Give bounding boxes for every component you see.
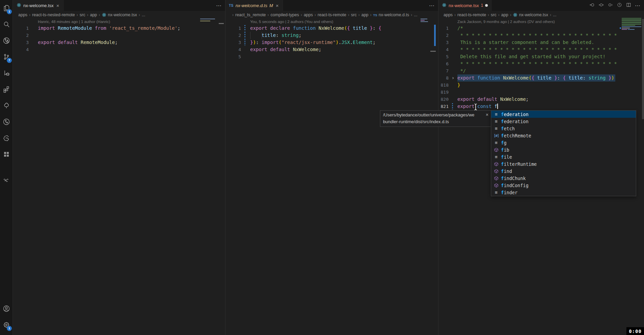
code-line[interactable]: 8›export function NxWelcome({ title }: {… xyxy=(438,74,644,82)
extensions-icon[interactable] xyxy=(0,81,13,97)
commit-graph-icon[interactable] xyxy=(0,32,13,49)
suggestion-item[interactable]: find xyxy=(491,168,636,175)
timeline-icon[interactable] xyxy=(617,2,622,9)
minimap[interactable] xyxy=(200,19,215,19)
breadcrumb-item[interactable]: src xyxy=(351,13,357,17)
grid-icon[interactable] xyxy=(0,146,13,162)
more-actions-icon[interactable]: ⋯ xyxy=(216,2,222,9)
minimap[interactable] xyxy=(421,21,428,22)
breadcrumb-item[interactable]: app xyxy=(361,13,368,17)
breadcrumb-item[interactable]: nx-welcome.tsx xyxy=(519,13,548,17)
minimap[interactable] xyxy=(628,29,635,30)
code-line[interactable]: 4 * * * * * * * * * * * * * * * * * * * … xyxy=(438,46,644,53)
revision-icon[interactable] xyxy=(598,2,604,9)
code-line[interactable]: 2 xyxy=(13,32,225,39)
minimap[interactable] xyxy=(622,26,641,27)
fold-chevron-icon[interactable]: › xyxy=(449,74,457,82)
code-line[interactable]: 3}): import("react/jsx-runtime").JSX.Ele… xyxy=(225,39,438,46)
open-changes-next-icon[interactable] xyxy=(607,2,613,9)
breadcrumb-item[interactable]: src xyxy=(80,13,86,17)
close-icon[interactable]: × xyxy=(56,3,60,8)
tab-nx-welcome-d-ts[interactable]: TS nx-welcome.d.ts M × xyxy=(225,0,283,11)
split-editor-icon[interactable] xyxy=(626,2,631,9)
minimap[interactable] xyxy=(421,20,425,21)
code-line[interactable]: 6 * * * * * * * * * * * * * * * * * * * … xyxy=(438,60,644,67)
breadcrumb-item[interactable]: react_ts_remote xyxy=(235,13,266,17)
tree-icon[interactable] xyxy=(0,97,13,114)
account-icon[interactable] xyxy=(0,300,13,317)
suggestion-item[interactable]: ≡fg xyxy=(491,139,636,146)
tab-nx-welcome-tsx[interactable]: nx-welcome.tsx × xyxy=(13,0,64,11)
waves-icon[interactable] xyxy=(0,172,13,188)
code-line[interactable]: 821export const f xyxy=(438,103,644,110)
breadcrumb-item[interactable]: react-ts-nested-remote xyxy=(32,13,75,17)
suggestion-item[interactable]: findChunk xyxy=(491,175,636,182)
code-line[interactable]: 818} xyxy=(438,82,644,89)
suggestion-item[interactable]: ≡federation xyxy=(491,118,636,125)
breadcrumb-item[interactable]: react-ts-remote xyxy=(457,13,486,17)
code-line[interactable]: 3export default RemoteModule; xyxy=(13,39,225,46)
unsaved-dot-icon[interactable] xyxy=(485,4,488,7)
breadcrumb-item[interactable]: app xyxy=(90,13,97,17)
code-line[interactable]: 1/* xyxy=(438,25,644,32)
minimap[interactable] xyxy=(622,28,630,28)
tab-nx-welcome-tsx-errors[interactable]: nx-welcome.tsx 1 xyxy=(438,0,492,11)
minimap[interactable] xyxy=(622,20,641,21)
breadcrumb-item[interactable]: apps xyxy=(18,13,27,17)
more-actions-icon[interactable]: ⋯ xyxy=(635,2,641,9)
minimap[interactable] xyxy=(200,21,210,21)
suggestion-item[interactable]: filterRuntime xyxy=(491,160,636,168)
minimap[interactable] xyxy=(622,29,627,30)
scrollbar[interactable] xyxy=(642,19,644,119)
suggestion-item[interactable]: findConfig xyxy=(491,182,636,189)
minimap[interactable] xyxy=(622,22,641,22)
minimap[interactable] xyxy=(622,23,641,23)
close-icon[interactable]: × xyxy=(275,3,280,8)
history-icon[interactable] xyxy=(0,114,13,130)
code-line[interactable]: 1import RemoteModule from 'react_ts_remo… xyxy=(13,25,225,32)
breadcrumb-item[interactable]: apps xyxy=(444,13,453,17)
breadcrumb-item[interactable]: apps xyxy=(304,13,313,17)
code-line[interactable]: 2 title: string; xyxy=(225,32,438,39)
code-line[interactable]: 4export default NxWelcome; xyxy=(225,46,438,53)
open-changes-prev-icon[interactable] xyxy=(589,2,595,9)
suggestion-item[interactable]: ≡federation xyxy=(491,111,636,118)
source-control-icon[interactable]: 7 xyxy=(0,49,13,65)
code-line[interactable]: 819 xyxy=(438,89,644,96)
minimap[interactable] xyxy=(421,19,427,19)
code-line[interactable]: 5 xyxy=(225,53,438,60)
code-line[interactable]: 2 * * * * * * * * * * * * * * * * * * * … xyxy=(438,32,644,39)
close-icon[interactable]: × xyxy=(486,111,488,118)
breadcrumb-item[interactable]: nx-welcome.tsx xyxy=(108,13,137,17)
settings-icon[interactable]: 1 xyxy=(0,317,13,333)
suggestion-item[interactable]: ≡fetch xyxy=(491,125,636,132)
suggestion-item[interactable]: fib xyxy=(491,146,636,153)
minimap[interactable] xyxy=(622,25,635,26)
breadcrumb-item[interactable]: nx-welcome.d.ts xyxy=(379,13,409,17)
breadcrumb-item[interactable]: ... xyxy=(553,13,556,17)
minimap[interactable] xyxy=(622,18,641,19)
code-line[interactable]: 820export default NxWelcome; xyxy=(438,96,644,103)
code-line[interactable]: 5 Delete this file and get started with … xyxy=(438,53,644,60)
suggestion-item[interactable]: ≡file xyxy=(491,153,636,160)
c-shape-icon[interactable] xyxy=(0,130,13,146)
minimap[interactable] xyxy=(622,24,641,25)
breadcrumb-item[interactable]: ... xyxy=(414,13,417,17)
breadcrumb-item[interactable]: compiled-types xyxy=(270,13,299,17)
git-blame-annotation[interactable]: Zack Jackson, 9 months ago | 2 authors (… xyxy=(457,19,644,25)
code-line[interactable]: 1export declare function NxWelcome({ tit… xyxy=(225,25,438,32)
suggestion-item[interactable]: ≡finder xyxy=(491,189,636,196)
breadcrumb-item[interactable]: ... xyxy=(142,13,145,17)
breadcrumb-item[interactable]: react-ts-remote xyxy=(318,13,347,17)
breadcrumb-item[interactable]: app xyxy=(501,13,508,17)
suggestion-item[interactable]: [ø]fetchRemote xyxy=(491,132,636,139)
code-line[interactable]: 3 This is a starter component and can be… xyxy=(438,39,644,46)
code-line[interactable]: 7 */ xyxy=(438,67,644,74)
breadcrumb-item[interactable]: src xyxy=(491,13,497,17)
search-icon[interactable] xyxy=(0,16,13,32)
code-line[interactable]: 4 xyxy=(13,46,225,53)
explorer-icon[interactable]: 1 xyxy=(0,0,13,16)
more-actions-icon[interactable]: ⋯ xyxy=(429,2,435,9)
git-blame-annotation[interactable]: Hanric, 48 minutes ago | 1 author (Hanri… xyxy=(38,19,225,25)
git-blame-annotation[interactable]: You, 5 seconds ago | 2 authors (You and … xyxy=(250,19,438,25)
